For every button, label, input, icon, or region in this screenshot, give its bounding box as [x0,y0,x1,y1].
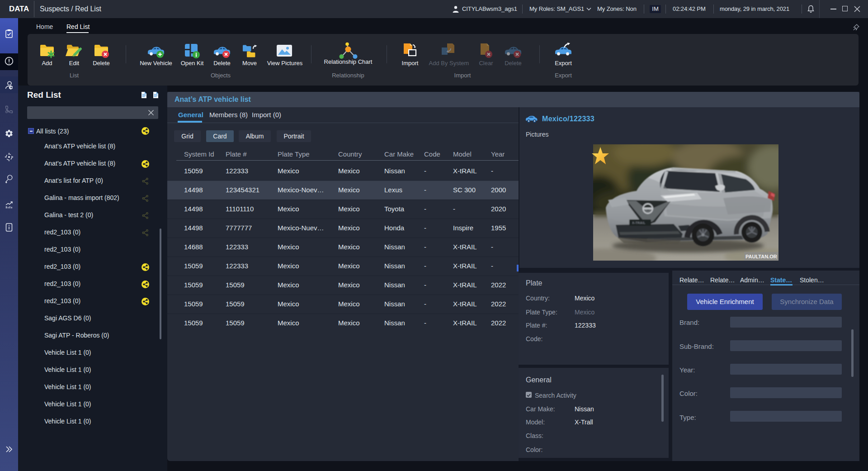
svg-text:PAULTAN.OR: PAULTAN.OR [745,254,777,259]
svg-text:X-TRAIL: X-TRAIL [632,221,646,225]
